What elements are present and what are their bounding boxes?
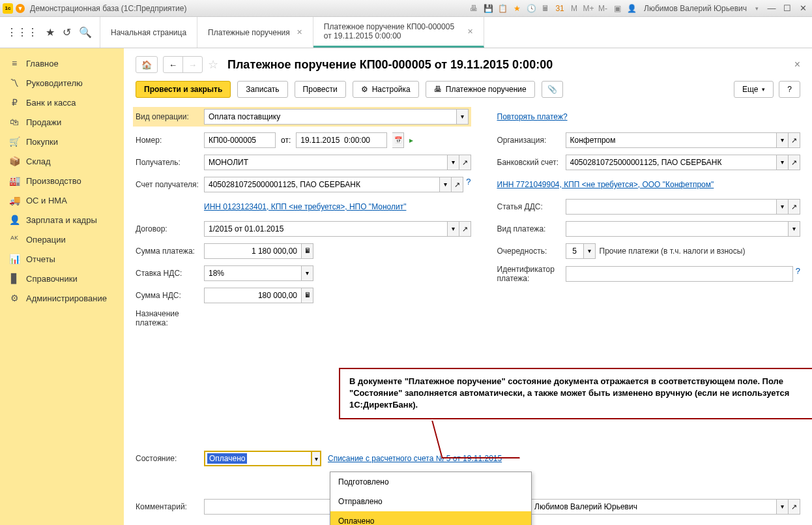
task-icon[interactable]: ▣ xyxy=(611,3,623,14)
dropdown-button[interactable]: ▾ xyxy=(777,132,789,148)
help-button[interactable]: ? xyxy=(779,81,800,98)
calculator-button[interactable]: 🖩 xyxy=(302,243,313,259)
dropdown-button[interactable]: ▾ xyxy=(777,155,789,170)
open-button[interactable]: ↗ xyxy=(452,177,463,192)
m-plus-icon[interactable]: M+ xyxy=(583,3,594,14)
priority-field[interactable] xyxy=(566,243,584,259)
state-option-sent[interactable]: Отправлено xyxy=(330,492,531,511)
favorite-icon[interactable]: ★ xyxy=(511,3,523,14)
tab-close-icon[interactable]: ✕ xyxy=(297,28,302,37)
save-button[interactable]: Записать xyxy=(237,81,287,98)
identifier-field[interactable] xyxy=(566,266,793,282)
search-icon[interactable]: 🔍 xyxy=(79,26,92,38)
sidebar-item-bank[interactable]: ₽Банк и касса xyxy=(0,93,124,112)
sidebar-item-operations[interactable]: ᴬᴷОперации xyxy=(0,230,124,249)
tab-start[interactable]: Начальная страница xyxy=(100,17,197,48)
sidebar-item-main[interactable]: ≡Главное xyxy=(0,53,124,73)
operation-type-field[interactable] xyxy=(204,109,457,125)
user-dropdown-icon[interactable]: ▾ xyxy=(751,3,762,14)
dropdown-button[interactable]: ▾ xyxy=(448,155,459,170)
home-button[interactable]: 🏠 xyxy=(136,56,158,73)
help-icon[interactable]: ? xyxy=(466,177,471,192)
calculator-icon[interactable]: 🖩 xyxy=(540,3,551,14)
state-option-prepared[interactable]: Подготовлено xyxy=(330,472,531,492)
maximize-button[interactable]: ☐ xyxy=(781,3,794,14)
save-icon[interactable]: 💾 xyxy=(482,3,494,14)
close-button[interactable]: ✕ xyxy=(796,3,809,14)
attachments-button[interactable]: 📎 xyxy=(542,81,563,98)
dropdown-button[interactable]: ▾ xyxy=(777,499,789,515)
open-button[interactable]: ↗ xyxy=(789,199,800,215)
close-document-button[interactable]: × xyxy=(794,59,800,70)
dropdown-button[interactable]: ▾ xyxy=(457,109,469,125)
open-button[interactable]: ↗ xyxy=(459,155,471,170)
open-button[interactable]: ↗ xyxy=(789,499,800,515)
sidebar-item-directories[interactable]: ▊Справочники xyxy=(0,269,124,288)
sidebar-item-reports[interactable]: 📊Отчеты xyxy=(0,249,124,269)
recipient-account-field[interactable] xyxy=(204,177,440,192)
date-field[interactable] xyxy=(296,132,387,148)
sidebar-item-purchases[interactable]: 🛒Покупки xyxy=(0,132,124,151)
post-button[interactable]: Провести xyxy=(295,81,346,98)
dropdown-button[interactable]: ▾ xyxy=(440,177,452,192)
sidebar-item-production[interactable]: 🏭Производство xyxy=(0,171,124,190)
dropdown-button[interactable]: ▾ xyxy=(584,243,596,259)
calendar-button[interactable]: 📅 xyxy=(392,132,404,148)
open-button[interactable]: ↗ xyxy=(459,221,471,237)
dropdown-button[interactable]: ▾ xyxy=(789,221,800,237)
dropdown-button[interactable]: ▾ xyxy=(448,221,459,237)
sidebar-item-warehouse[interactable]: 📦Склад xyxy=(0,151,124,171)
app-menu-dropdown[interactable]: ▼ xyxy=(16,4,25,13)
recipient-field[interactable] xyxy=(204,155,448,170)
dropdown-button[interactable]: ▾ xyxy=(777,199,789,215)
tab-payment-order-doc[interactable]: Платежное поручение КП00-000005 от 19.11… xyxy=(313,17,484,48)
print-button[interactable]: 🖶Платежное поручение xyxy=(426,81,535,98)
sidebar-item-admin[interactable]: ⚙Администрирование xyxy=(0,288,124,308)
responsible-field[interactable] xyxy=(530,499,777,515)
bank-account-field[interactable] xyxy=(566,155,777,170)
contract-field[interactable] xyxy=(204,221,448,237)
sidebar-item-salary[interactable]: 👤Зарплата и кадры xyxy=(0,210,124,230)
minimize-button[interactable]: — xyxy=(765,3,778,14)
history-tool-icon[interactable]: ↺ xyxy=(63,26,71,38)
org-inn-link[interactable]: ИНН 7721049904, КПП <не требуется>, ООО … xyxy=(497,180,714,189)
state-option-paid[interactable]: Оплачено xyxy=(330,511,531,525)
vat-rate-field[interactable] xyxy=(204,265,302,281)
help-icon[interactable]: ? xyxy=(796,266,800,282)
organization-field[interactable] xyxy=(566,132,777,148)
dropdown-button[interactable]: ▾ xyxy=(302,265,313,281)
sidebar-item-sales[interactable]: 🛍Продажи xyxy=(0,112,124,132)
print-icon[interactable]: 🖶 xyxy=(468,3,480,14)
number-field[interactable] xyxy=(204,132,276,148)
vat-sum-field[interactable] xyxy=(204,288,302,303)
status-flag-icon[interactable]: ▸ xyxy=(409,136,413,145)
m-icon[interactable]: M xyxy=(568,3,580,14)
open-button[interactable]: ↗ xyxy=(789,155,800,170)
forward-button[interactable]: → xyxy=(183,57,202,72)
history-icon[interactable]: 🕓 xyxy=(525,3,537,14)
calculator-button[interactable]: 🖩 xyxy=(302,288,313,303)
sidebar-item-manager[interactable]: 〽Руководителю xyxy=(0,73,124,93)
repeat-payment-link[interactable]: Повторять платеж? xyxy=(497,112,568,121)
tab-close-icon[interactable]: ✕ xyxy=(467,27,473,36)
payment-type-field[interactable] xyxy=(566,221,789,237)
payment-sum-field[interactable] xyxy=(204,243,302,259)
back-button[interactable]: ← xyxy=(164,57,183,72)
current-user[interactable]: Любимов Валерий Юрьевич xyxy=(640,4,748,13)
m-minus-icon[interactable]: M- xyxy=(597,3,609,14)
tab-payment-orders[interactable]: Платежные поручения✕ xyxy=(197,17,313,48)
open-button[interactable]: ↗ xyxy=(789,132,800,148)
calendar-icon[interactable]: 31 xyxy=(554,3,566,14)
star-icon[interactable]: ★ xyxy=(46,26,55,38)
recipient-inn-link[interactable]: ИНН 0123123401, КПП <не требуется>, НПО … xyxy=(204,202,406,211)
dds-field[interactable] xyxy=(566,199,777,215)
more-button[interactable]: Еще ▾ xyxy=(734,81,774,98)
post-and-close-button[interactable]: Провести и закрыть xyxy=(136,81,231,98)
apps-icon[interactable]: ⋮⋮⋮ xyxy=(7,26,38,38)
payment-type-label: Вид платежа: xyxy=(497,224,566,233)
sidebar-item-assets[interactable]: 🚚ОС и НМА xyxy=(0,190,124,210)
favorite-star-icon[interactable]: ☆ xyxy=(208,57,218,72)
copy-icon[interactable]: 📋 xyxy=(497,3,508,14)
settings-button[interactable]: ⚙Настройка xyxy=(353,81,419,98)
dropdown-button[interactable]: ▾ xyxy=(312,451,321,466)
